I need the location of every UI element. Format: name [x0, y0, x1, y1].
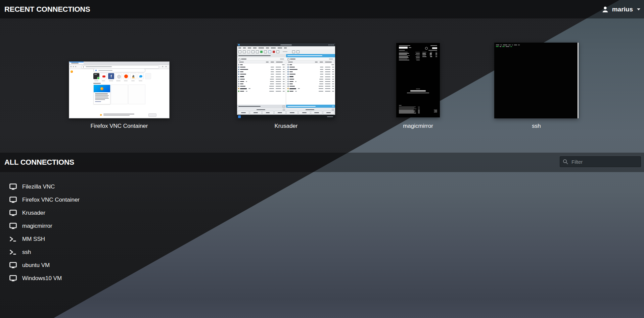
magicmirror-calendar	[399, 52, 420, 60]
url-bar	[81, 65, 159, 69]
recent-connection-label[interactable]: Krusader	[237, 122, 335, 130]
connection-name: Windows10 VM	[22, 275, 62, 282]
recent-connection-thumbnail-magicmirror[interactable]	[396, 43, 440, 117]
firefox-highlight-card	[93, 85, 110, 104]
browser-tab-strip	[69, 62, 169, 65]
connection-name: ssh	[22, 249, 31, 256]
krusader-toolbar	[237, 49, 335, 54]
krusader-menu-bar	[237, 46, 335, 49]
magicmirror-forecast	[422, 52, 437, 57]
krusader-left-path-bar	[237, 54, 286, 57]
monitor-icon	[9, 262, 17, 269]
connection-item-magicmirror[interactable]: magicmirror	[0, 219, 66, 232]
twitter-tile-icon	[138, 73, 144, 79]
newtab-search-bar	[93, 68, 145, 72]
facebook-tile-icon: f	[108, 73, 114, 79]
terminal-icon	[9, 249, 17, 256]
top-bar: RECENT CONNECTIONS marius	[0, 0, 644, 18]
reddit-tile-icon	[123, 73, 129, 79]
connection-item-mm-ssh[interactable]: MM SSH	[0, 232, 58, 246]
recent-connection-thumbnail-firefox-vnc-container[interactable]: f a	[69, 61, 170, 118]
recent-connection-thumbnail-ssh[interactable]	[494, 43, 579, 118]
connection-name: Firefox VNC Container	[22, 197, 80, 203]
guacamole-home-screen: RECENT CONNECTIONS marius	[0, 0, 644, 318]
youtube-tile-icon	[101, 73, 107, 79]
connection-item-firefox-vnc-container[interactable]: Firefox VNC Container	[0, 193, 93, 206]
krusader-fn-buttons	[237, 111, 335, 115]
caret-down-icon	[637, 8, 641, 11]
all-connections-title: ALL CONNECTIONS	[4, 153, 74, 172]
connection-name: magicmirror	[22, 223, 52, 229]
all-connections-list: Filezilla VNC Firefox VNC Container Krus…	[0, 180, 93, 285]
magicmirror-compliment	[396, 90, 440, 92]
krusader-left-panel	[237, 63, 286, 105]
monitor-icon	[9, 223, 17, 229]
krusader-title-bar	[237, 43, 335, 46]
krusader-right-panel	[286, 63, 335, 105]
connection-name: MM SSH	[22, 236, 45, 243]
wikipedia-tile-icon	[116, 73, 122, 79]
terminal-tile-icon	[93, 73, 99, 79]
connection-item-ssh[interactable]: ssh	[0, 246, 44, 259]
amazon-tile-icon: a	[130, 73, 136, 79]
krusader-taskbar	[237, 115, 335, 118]
connection-name: Filezilla VNC	[22, 183, 55, 190]
connection-item-windows10-vm[interactable]: Windows10 VM	[0, 272, 75, 285]
connection-item-ubuntu-vm[interactable]: ubuntu VM	[0, 259, 63, 272]
monitor-icon	[9, 183, 17, 190]
connection-name: Krusader	[22, 210, 45, 216]
user-menu[interactable]: marius	[601, 0, 641, 18]
terminal-prompt-line	[496, 46, 512, 47]
monitor-icon	[9, 275, 17, 282]
recent-connection-thumbnail-krusader[interactable]	[237, 43, 335, 118]
magicmirror-weather	[425, 47, 437, 49]
filter-input[interactable]	[571, 159, 639, 165]
username-label: marius	[612, 6, 633, 13]
terminal-icon	[9, 236, 17, 243]
recent-connection-label[interactable]: ssh	[494, 122, 579, 130]
recent-connection-label[interactable]: Firefox VNC Container	[69, 122, 170, 130]
connection-item-filezilla-vnc[interactable]: Filezilla VNC	[0, 180, 68, 193]
search-icon	[563, 159, 568, 164]
page-title: RECENT CONNECTIONS	[4, 0, 90, 18]
connection-name: ubuntu VM	[22, 262, 50, 269]
connection-item-krusader[interactable]: Krusader	[0, 206, 59, 219]
terminal-scrollbar	[578, 43, 579, 118]
krusader-right-path-bar-active	[286, 54, 335, 57]
monitor-icon	[9, 197, 17, 203]
person-icon	[601, 5, 609, 13]
monitor-icon	[9, 210, 17, 216]
firefox-logo	[71, 70, 73, 73]
magicmirror-clock	[399, 47, 408, 49]
filter-box[interactable]	[560, 156, 641, 167]
terminal-output-line	[496, 45, 520, 45]
all-connections-bar: ALL CONNECTIONS	[0, 153, 644, 172]
magicmirror-news-table	[399, 106, 420, 114]
recent-connection-label[interactable]: magicmirror	[396, 122, 440, 130]
